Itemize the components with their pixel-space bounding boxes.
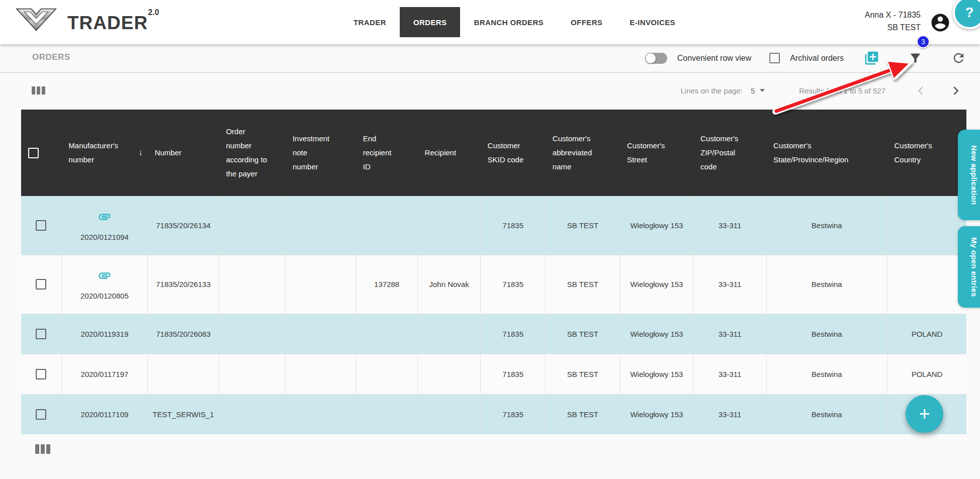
app-version: 2.0: [148, 8, 159, 17]
cell-text: 71835: [502, 221, 523, 230]
cell-select: [21, 354, 61, 394]
cell-number: TEST_SERWIS_1: [148, 394, 219, 434]
cell-select: [21, 196, 61, 255]
manufacturer-number-cell: 2020/0119319: [64, 330, 145, 338]
attachment-icon[interactable]: [98, 210, 112, 225]
table-row[interactable]: 2020/0117109TEST_SERWIS_171835SB TESTWie…: [21, 394, 966, 434]
logo-link[interactable]: TRADER2.0: [15, 7, 159, 34]
convenient-row-view-toggle[interactable]: [645, 53, 667, 64]
manufacturer-number-cell: 2020/0121094: [64, 210, 145, 241]
cell-text: 2020/0120805: [80, 292, 129, 300]
manufacturer-number-cell: 2020/0120805: [64, 268, 145, 300]
refresh-icon[interactable]: [951, 51, 966, 65]
orders-table: Manufacturer's number↓NumberOrder number…: [21, 110, 966, 434]
cell-text: 71835: [502, 410, 523, 419]
table-row[interactable]: 2020/012080571835/20/26133137288John Nov…: [21, 255, 966, 314]
cell-number: 71835/20/26133: [148, 255, 219, 314]
nav-tab-branch-orders[interactable]: BRANCH ORDERS: [460, 7, 557, 37]
cell-text: Wielogłowy 153: [630, 221, 683, 230]
cell-text: Bestwina: [812, 370, 842, 378]
cell-text: SB TEST: [567, 330, 598, 338]
cell-text: John Novak: [429, 280, 469, 289]
column-header-manufacturer_number[interactable]: Manufacturer's number↓: [61, 110, 147, 196]
cell-end_recipient_id: [356, 394, 418, 434]
table-row[interactable]: 2020/012109471835/20/2613471835SB TESTWi…: [21, 196, 966, 255]
column-header-end_recipient_id[interactable]: End recipient ID: [356, 110, 418, 196]
sort-descending-icon[interactable]: ↓: [138, 146, 143, 160]
cell-customer_street: Wielogłowy 153: [620, 255, 693, 314]
cell-customer_country: [887, 196, 966, 255]
cell-number: 71835/20/26083: [148, 314, 219, 354]
row-checkbox[interactable]: [36, 220, 46, 231]
table-row[interactable]: 2020/011931971835/20/2608371835SB TESTWi…: [21, 314, 966, 354]
nav-tab-offers[interactable]: OFFERS: [557, 7, 616, 37]
column-header-number[interactable]: Number: [148, 110, 219, 196]
toolbar-controls: Convenient row view Archival orders: [645, 44, 966, 72]
cell-order_number_payer: [219, 196, 286, 255]
pagination: Lines on the page: 5 Results from 1 to 5…: [680, 74, 962, 107]
column-label: Customer's abbreviated name: [553, 132, 599, 174]
cell-manufacturer_number: 2020/0117109: [61, 394, 147, 434]
column-header-customer_skid[interactable]: Customer SKID code: [481, 110, 546, 196]
help-button[interactable]: ?: [953, 0, 980, 29]
account-icon[interactable]: [930, 12, 951, 35]
column-settings-icon[interactable]: [32, 86, 45, 94]
cell-text: Wielogłowy 153: [630, 410, 683, 419]
column-header-customer_abbrev[interactable]: Customer's abbreviated name: [546, 110, 620, 196]
cell-order_number_payer: [219, 354, 286, 394]
attachment-icon[interactable]: [98, 268, 112, 284]
select-all-checkbox[interactable]: [28, 148, 39, 158]
user-name: Anna X - 71835: [865, 9, 921, 21]
column-header-customer_zip[interactable]: Customer's ZIP/Postal code: [693, 110, 766, 196]
cell-select: [21, 314, 61, 354]
cell-order_number_payer: [219, 394, 286, 434]
cell-text: Bestwina: [812, 410, 842, 419]
side-tab-new-application[interactable]: New application: [958, 130, 980, 220]
cell-recipient: [418, 196, 481, 255]
cell-text: Bestwina: [812, 221, 842, 230]
cell-customer_zip: 33-311: [693, 314, 766, 354]
cell-text: Bestwina: [812, 330, 842, 338]
nav-tab-orders[interactable]: ORDERS: [400, 7, 461, 37]
cell-text: 71835/20/26133: [156, 280, 210, 289]
side-tab-my-open-entries[interactable]: My open entries: [958, 226, 980, 308]
column-header-select[interactable]: [21, 110, 61, 196]
brand-logo-icon: [15, 7, 57, 34]
column-label: Customer's ZIP/Postal code: [700, 132, 745, 174]
nav-tab-e-invoices[interactable]: E-INVOICES: [616, 7, 689, 37]
table-row[interactable]: 2020/011719771835SB TESTWielogłowy 15333…: [21, 354, 966, 394]
archival-orders-checkbox[interactable]: [769, 53, 780, 63]
lines-per-page-dropdown-icon[interactable]: [760, 89, 765, 92]
row-checkbox[interactable]: [36, 329, 46, 339]
app-bar: TRADER2.0 TRADERORDERSBRANCH ORDERSOFFER…: [0, 0, 980, 44]
cell-text: 71835/20/26134: [156, 221, 210, 230]
cell-text: SB TEST: [567, 221, 598, 230]
row-checkbox[interactable]: [36, 369, 46, 379]
nav-tab-trader[interactable]: TRADER: [340, 7, 400, 37]
table-body: 2020/012109471835/20/2613471835SB TESTWi…: [21, 196, 966, 434]
column-settings-icon-bottom[interactable]: [35, 444, 50, 454]
cell-manufacturer_number: 2020/0117197: [61, 354, 147, 394]
row-checkbox[interactable]: [36, 409, 46, 420]
cell-number: 71835/20/26134: [148, 196, 219, 255]
save-view-icon[interactable]: [864, 50, 879, 66]
column-header-recipient[interactable]: Recipient: [418, 110, 481, 196]
add-order-fab[interactable]: +: [906, 395, 943, 433]
column-header-customer_state[interactable]: Customer's State/Province/Region: [766, 110, 887, 196]
lines-per-page-value[interactable]: 5: [751, 86, 755, 95]
cell-text: 33-311: [719, 221, 742, 230]
column-header-customer_street[interactable]: Customer's Street: [620, 110, 693, 196]
previous-page-button[interactable]: [915, 84, 927, 97]
column-header-investment_note_number[interactable]: Investment note number: [286, 110, 356, 196]
filter-icon[interactable]: [909, 51, 922, 65]
cell-customer_skid: 71835: [481, 196, 546, 255]
cell-text: Wielogłowy 153: [630, 280, 683, 289]
cell-order_number_payer: [219, 255, 286, 314]
cell-text: 2020/0121094: [80, 233, 129, 241]
next-page-button[interactable]: [949, 84, 962, 97]
cell-manufacturer_number: 2020/0121094: [61, 196, 147, 255]
row-checkbox[interactable]: [36, 279, 46, 290]
column-header-customer_country[interactable]: Customer's Country: [887, 110, 966, 196]
cell-text: POLAND: [912, 330, 943, 338]
column-header-order_number_payer[interactable]: Order number according to the payer: [219, 110, 286, 196]
